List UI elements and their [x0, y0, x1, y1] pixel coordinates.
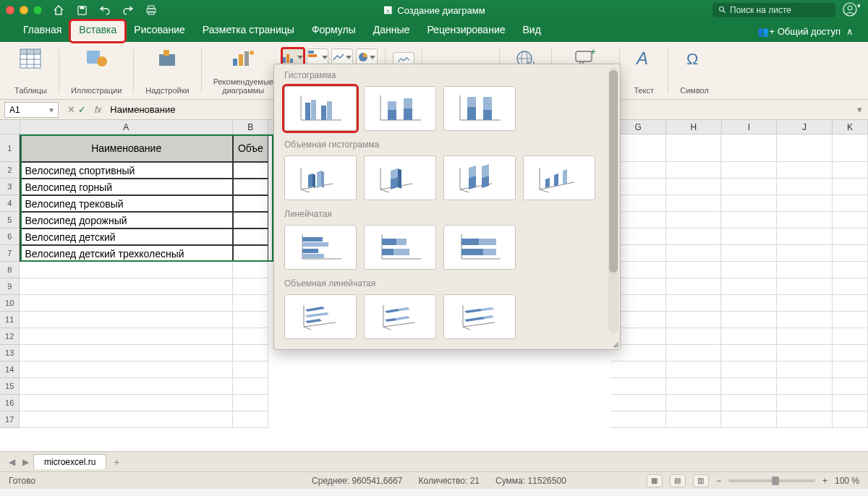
dropdown-scrollbar[interactable] — [608, 67, 618, 333]
select-all-corner[interactable] — [0, 120, 20, 134]
chart-3d-100-stacked-column[interactable] — [443, 155, 516, 200]
cell-a5[interactable]: Велосипед дорожный — [20, 212, 232, 228]
dd-section-3d-histogram: Объемная гистограмма — [274, 134, 620, 153]
save-icon[interactable] — [74, 2, 90, 18]
row-header-5[interactable]: 5 — [0, 212, 20, 228]
cell-b1[interactable]: Объе — [233, 134, 268, 162]
col-header-j[interactable]: J — [777, 120, 833, 134]
tab-data[interactable]: Данные — [365, 20, 419, 42]
group-tables[interactable]: Таблицы — [10, 46, 51, 95]
home-icon[interactable] — [51, 2, 67, 18]
text-icon: A — [631, 46, 656, 71]
col-header-b[interactable]: B — [233, 120, 268, 134]
fx-label: fx — [95, 105, 101, 115]
chart-3d-100-stacked-bar[interactable] — [443, 294, 516, 339]
view-page-layout-button[interactable]: ▤ — [670, 474, 686, 487]
col-header-k[interactable]: K — [833, 120, 868, 134]
svg-rect-57 — [467, 107, 476, 120]
col-header-a[interactable]: A — [20, 120, 234, 134]
sheet-nav-prev[interactable]: ◀ — [6, 457, 18, 467]
group-illustrations[interactable]: Иллюстрации — [67, 46, 126, 95]
chart-clustered-column[interactable] — [284, 86, 357, 131]
chart-type-dropdown: Гистограмма Объемная гистограмма Линейча… — [273, 64, 621, 350]
chart-100-stacked-column[interactable] — [443, 86, 516, 131]
cell-a6[interactable]: Велосипед детский — [20, 228, 232, 245]
status-average: Среднее: 960541,6667 — [312, 476, 402, 486]
cell-a2[interactable]: Велосипед спортивный — [20, 162, 232, 179]
chart-3d-column[interactable] — [523, 155, 595, 200]
minimize-window[interactable] — [20, 6, 28, 14]
svg-rect-61 — [302, 242, 328, 247]
zoom-level[interactable]: 100 % — [835, 476, 859, 486]
chart-clustered-bar[interactable] — [284, 225, 357, 270]
sheet-nav-next[interactable]: ▶ — [20, 457, 32, 467]
chart-3d-clustered-bar[interactable] — [284, 294, 357, 339]
svg-rect-18 — [20, 49, 41, 54]
tab-formulas[interactable]: Формулы — [303, 20, 365, 42]
print-icon[interactable] — [143, 2, 159, 18]
tab-draw[interactable]: Рисование — [125, 20, 194, 42]
row-header-4[interactable]: 4 — [0, 195, 20, 212]
sheet-tab-1[interactable]: microexcel.ru — [33, 454, 106, 469]
row-header-6[interactable]: 6 — [0, 228, 20, 245]
confirm-formula-icon[interactable]: ✓ — [78, 104, 86, 115]
svg-rect-25 — [244, 51, 249, 66]
zoom-slider[interactable] — [728, 479, 815, 482]
row-header-1[interactable]: 1 — [0, 134, 20, 162]
svg-text:A: A — [635, 48, 648, 68]
row-header-7[interactable]: 7 — [0, 245, 20, 262]
search-input[interactable]: Поиск на листе — [712, 3, 835, 17]
tab-insert[interactable]: Вставка — [70, 20, 125, 42]
name-box[interactable]: A1▾ — [4, 102, 59, 118]
col-header-i[interactable]: I — [722, 120, 778, 134]
view-page-break-button[interactable]: ▥ — [693, 474, 709, 487]
view-normal-button[interactable]: ▦ — [647, 474, 663, 487]
tab-page-layout[interactable]: Разметка страницы — [194, 20, 303, 42]
tab-review[interactable]: Рецензирование — [418, 20, 514, 42]
maximize-window[interactable] — [33, 6, 42, 14]
chart-100-stacked-bar[interactable] — [443, 225, 516, 270]
group-addins[interactable]: Надстройки — [141, 46, 193, 95]
svg-rect-44 — [576, 51, 592, 61]
collapse-ribbon-icon[interactable]: ∧ — [846, 26, 854, 37]
group-recommended-charts[interactable]: Рекомендуемые диаграммы — [209, 46, 278, 95]
row-header-3[interactable]: 3 — [0, 179, 20, 195]
svg-rect-71 — [483, 249, 496, 255]
dropdown-resize-handle[interactable]: ◢ — [613, 340, 618, 348]
zoom-out-button[interactable]: − — [716, 476, 721, 486]
chart-stacked-bar[interactable] — [364, 225, 436, 270]
undo-icon[interactable] — [97, 2, 113, 18]
cell-a7[interactable]: Велосипед детский трехколесный — [20, 245, 232, 262]
cell-a3[interactable]: Велосипед горный — [20, 179, 232, 195]
addins-icon — [155, 46, 179, 71]
cancel-formula-icon[interactable]: ✕ — [67, 104, 75, 115]
svg-rect-49 — [311, 100, 316, 120]
chart-stacked-column[interactable] — [364, 86, 436, 131]
add-sheet-button[interactable]: + — [108, 456, 125, 468]
document-title-text: Создание диаграмм — [397, 5, 485, 16]
user-icon[interactable]: ▾ — [843, 2, 861, 19]
col-header-h[interactable]: H — [666, 120, 722, 134]
share-button[interactable]: 👥+ Общий доступ — [757, 26, 841, 37]
chart-3d-clustered-column[interactable] — [284, 155, 357, 200]
chart-3d-stacked-column[interactable] — [364, 155, 436, 200]
cell-a1[interactable]: Наименование — [20, 134, 232, 162]
group-symbol[interactable]: Ω Символ — [676, 46, 713, 95]
svg-rect-59 — [483, 110, 492, 120]
document-title: X Создание диаграмм — [383, 5, 485, 16]
row-header-2[interactable]: 2 — [0, 162, 20, 179]
titlebar: X Создание диаграмм Поиск на листе ▾ — [0, 0, 868, 20]
svg-rect-65 — [396, 239, 407, 245]
zoom-in-button[interactable]: + — [822, 476, 827, 486]
svg-rect-60 — [302, 237, 323, 241]
chart-3d-stacked-bar[interactable] — [364, 294, 436, 339]
redo-icon[interactable] — [120, 2, 136, 18]
close-window[interactable] — [6, 6, 14, 14]
tab-home[interactable]: Главная — [14, 20, 70, 42]
tab-view[interactable]: Вид — [514, 20, 550, 42]
window-controls — [6, 6, 42, 14]
illustrations-icon — [84, 46, 109, 71]
cell-a4[interactable]: Велосипед трековый — [20, 195, 232, 212]
status-count: Количество: 21 — [419, 476, 480, 486]
group-text[interactable]: A Текст — [627, 46, 660, 95]
